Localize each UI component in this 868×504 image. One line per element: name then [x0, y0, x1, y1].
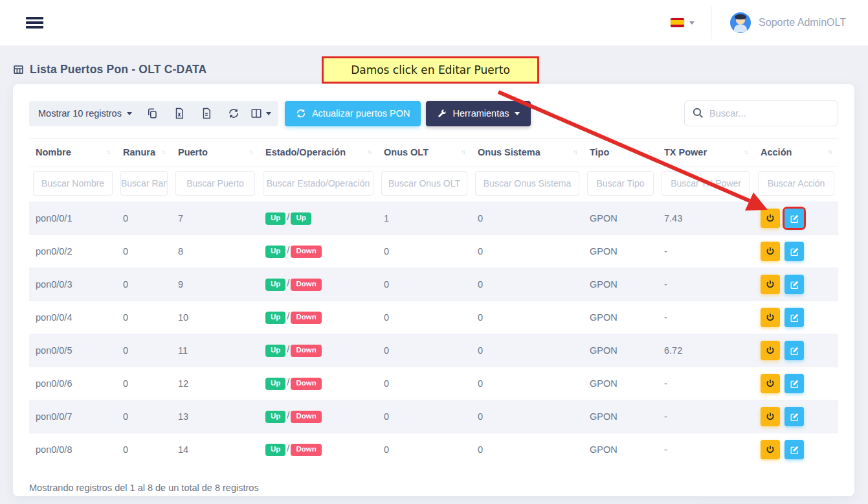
cell-tx-power: -	[658, 400, 754, 433]
chevron-down-icon	[127, 112, 132, 115]
cell-onus-sistema: 0	[471, 235, 583, 268]
column-header-acci-n[interactable]: Acción↑↓	[754, 139, 838, 166]
tools-dropdown-button[interactable]: Herramientas	[426, 101, 531, 126]
column-header-onus-sistema[interactable]: Onus Sistema↑↓	[471, 139, 583, 166]
power-button[interactable]	[761, 242, 780, 261]
sort-icon[interactable]: ↑↓	[647, 148, 651, 155]
column-header-ranura[interactable]: Ranura↑↓	[117, 139, 172, 166]
edit-port-button[interactable]	[785, 308, 804, 327]
filter-input-ranura[interactable]	[120, 171, 168, 196]
cell-nombre: pon0/0/7	[29, 400, 117, 433]
avatar	[730, 12, 751, 33]
table-row: pon0/0/7013Up/Down00GPON-	[29, 400, 838, 433]
cell-accion	[754, 433, 838, 466]
power-button[interactable]	[761, 374, 780, 393]
navbar-divider	[711, 6, 712, 40]
refresh-icon[interactable]	[220, 101, 247, 126]
estado-badge: Up	[265, 279, 285, 291]
column-header-puerto[interactable]: Puerto↑↓	[172, 139, 259, 166]
sort-icon[interactable]: ↑↓	[828, 148, 832, 155]
power-button[interactable]	[761, 440, 780, 459]
power-button[interactable]	[761, 341, 780, 360]
spain-flag-icon	[671, 18, 684, 27]
cell-tx-power: 6.72	[658, 334, 754, 367]
sort-icon[interactable]: ↑↓	[367, 148, 371, 155]
cell-ranura: 0	[117, 367, 172, 400]
column-header-nombre[interactable]: Nombre↑↓	[29, 139, 117, 166]
table-row: pon0/0/309Up/Down00GPON-	[29, 268, 838, 301]
filter-input-tx-power[interactable]	[662, 171, 750, 196]
search-icon	[692, 107, 704, 122]
tutorial-callout: Damos click en Editar Puerto	[322, 56, 539, 84]
table-filter-row	[29, 166, 838, 202]
update-pon-ports-button[interactable]: Actualizar puertos PON	[285, 101, 421, 126]
cell-onus-olt: 0	[377, 433, 471, 466]
user-menu[interactable]: Soporte AdminOLT	[724, 8, 852, 37]
table-row: pon0/0/208Up/Down00GPON-	[29, 235, 838, 268]
sort-icon[interactable]: ↑↓	[461, 148, 465, 155]
cell-estado-operacion: Up/Down	[259, 367, 377, 400]
search-input[interactable]	[684, 100, 838, 126]
estado-badge: Up	[265, 246, 285, 258]
estado-badge: Up	[265, 312, 285, 324]
edit-port-button[interactable]	[785, 341, 804, 360]
edit-port-button[interactable]	[785, 275, 804, 294]
table-header-row: Nombre↑↓Ranura↑↓Puerto↑↓Estado/Operación…	[29, 139, 838, 166]
excel-icon[interactable]	[166, 101, 193, 126]
cell-accion	[754, 268, 838, 301]
sort-icon[interactable]: ↑↓	[573, 148, 577, 155]
power-button[interactable]	[761, 275, 780, 294]
power-button[interactable]	[761, 407, 780, 426]
edit-port-button[interactable]	[785, 407, 804, 426]
filter-input-estado-operaci-n[interactable]	[263, 171, 373, 196]
edit-port-button[interactable]	[785, 209, 804, 228]
pon-ports-card: Mostrar 10 registros	[13, 84, 854, 496]
language-dropdown[interactable]	[662, 12, 704, 34]
cell-onus-sistema: 0	[471, 301, 583, 334]
columns-icon[interactable]	[247, 101, 274, 126]
cell-ranura: 0	[117, 334, 172, 367]
operacion-badge: Down	[291, 345, 321, 357]
sort-icon[interactable]: ↑↓	[249, 148, 252, 155]
cell-nombre: pon0/0/5	[29, 334, 117, 367]
cell-puerto: 12	[172, 367, 259, 400]
filter-input-onus-sistema[interactable]	[475, 171, 579, 196]
sort-icon[interactable]: ↑↓	[106, 148, 110, 155]
cell-puerto: 14	[172, 433, 259, 466]
edit-port-button[interactable]	[785, 242, 804, 261]
filter-input-acci-n[interactable]	[758, 171, 834, 196]
sort-icon[interactable]: ↑↓	[161, 148, 165, 155]
show-entries-dropdown[interactable]: Mostrar 10 registros	[38, 108, 139, 119]
power-button[interactable]	[761, 209, 780, 228]
cell-onus-olt: 0	[377, 268, 471, 301]
filter-input-onus-olt[interactable]	[381, 171, 467, 196]
cell-puerto: 9	[172, 268, 259, 301]
column-header-tipo[interactable]: Tipo↑↓	[583, 139, 658, 166]
sort-icon[interactable]: ↑↓	[744, 148, 748, 155]
cell-tx-power: -	[658, 268, 754, 301]
cell-tipo: GPON	[583, 367, 658, 400]
cell-tipo: GPON	[583, 268, 658, 301]
hamburger-menu-icon[interactable]	[26, 15, 43, 31]
cell-tipo: GPON	[583, 301, 658, 334]
edit-port-button[interactable]	[785, 374, 804, 393]
table-icon	[13, 64, 24, 75]
cell-accion	[754, 367, 838, 400]
copy-icon[interactable]	[139, 101, 166, 126]
column-header-tx-power[interactable]: TX Power↑↓	[658, 139, 754, 166]
cell-onus-sistema: 0	[471, 202, 583, 235]
filter-input-puerto[interactable]	[175, 171, 255, 196]
operacion-badge: Down	[291, 246, 321, 258]
filter-input-nombre[interactable]	[33, 171, 113, 196]
cell-puerto: 7	[172, 202, 259, 235]
file-icon[interactable]	[193, 101, 220, 126]
cell-tipo: GPON	[583, 400, 658, 433]
cell-estado-operacion: Up/Down	[259, 235, 377, 268]
cell-onus-olt: 0	[377, 334, 471, 367]
cell-accion	[754, 400, 838, 433]
column-header-estado-operaci-n[interactable]: Estado/Operación↑↓	[259, 139, 377, 166]
edit-port-button[interactable]	[785, 440, 804, 459]
column-header-onus-olt[interactable]: Onus OLT↑↓	[377, 139, 471, 166]
filter-input-tipo[interactable]	[587, 171, 654, 196]
power-button[interactable]	[761, 308, 780, 327]
